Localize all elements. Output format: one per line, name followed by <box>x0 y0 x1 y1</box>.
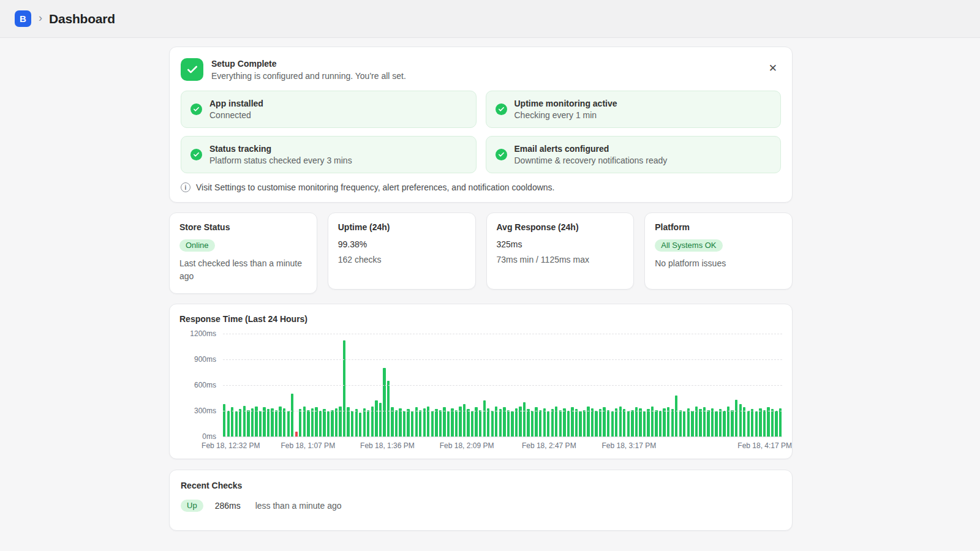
stat-subtext: 73ms min / 1125ms max <box>497 253 624 266</box>
bar-up <box>551 409 554 437</box>
recent-checks-card: Recent Checks Up 286ms less than a minut… <box>169 470 793 531</box>
x-tick-label: Feb 18, 2:47 PM <box>522 441 576 450</box>
bar-up <box>543 408 546 437</box>
setup-item-subtitle: Downtime & recovery notifications ready <box>514 156 668 165</box>
bar-up <box>507 410 510 437</box>
setup-item-subtitle: Platform status checked every 3 mins <box>209 156 352 165</box>
setup-item-uptime-monitoring: Uptime monitoring active Checking every … <box>486 91 782 128</box>
bar-up <box>615 408 617 437</box>
check-circle-icon <box>190 103 202 115</box>
bar-up <box>591 408 594 437</box>
chart-area: 1200ms900ms600ms300ms0ms <box>179 334 782 437</box>
close-icon[interactable]: ✕ <box>766 61 780 76</box>
setup-item-app-installed: App installed Connected <box>181 91 477 128</box>
bar-up <box>275 410 277 437</box>
bar-up <box>383 368 385 437</box>
bar-up <box>751 409 753 437</box>
bar-up <box>327 411 330 437</box>
bar-up <box>363 408 366 437</box>
stat-card-platform: Platform All Systems OK No platform issu… <box>644 212 793 290</box>
stat-card-avg-response: Avg Response (24h) 325ms 73ms min / 1125… <box>486 212 635 290</box>
bar-up <box>755 411 758 437</box>
bar-up <box>443 407 445 437</box>
bar-up <box>691 411 693 437</box>
breadcrumb-chevron-icon: › <box>39 12 42 24</box>
bar-up <box>387 381 390 437</box>
top-bar: B › Dashboard <box>0 0 980 38</box>
bar-up <box>251 408 254 437</box>
stat-card-uptime: Uptime (24h) 99.38% 162 checks <box>328 212 476 290</box>
status-badge: All Systems OK <box>655 239 722 252</box>
bar-up <box>395 410 398 437</box>
success-check-icon <box>181 58 203 81</box>
bar-up <box>411 411 413 437</box>
bar-up <box>639 408 641 437</box>
bar-up <box>419 410 421 437</box>
recent-check-row: Up 286ms less than a minute ago <box>181 500 781 512</box>
bar-up <box>567 411 570 437</box>
app-logo[interactable]: B <box>15 10 31 27</box>
stat-value: 99.38% <box>338 239 466 249</box>
x-tick-label: Feb 18, 3:17 PM <box>601 441 656 450</box>
bar-up <box>623 409 625 437</box>
info-icon: i <box>181 182 190 192</box>
bar-up <box>483 400 486 437</box>
bar-up <box>267 409 270 437</box>
bar-up <box>407 409 409 437</box>
stat-title: Uptime (24h) <box>338 222 466 232</box>
setup-complete-card: Setup Complete Everything is configured … <box>169 47 793 203</box>
bar-up <box>563 408 565 437</box>
recent-timestamp: less than a minute ago <box>255 501 342 511</box>
bar-up <box>779 408 782 437</box>
bar-up <box>291 394 293 437</box>
bar-up <box>595 411 597 437</box>
bar-up <box>643 411 646 437</box>
bar-up <box>247 410 249 437</box>
stat-subtext: No platform issues <box>655 257 782 270</box>
setup-item-title: App installed <box>209 99 263 108</box>
bar-up <box>223 404 225 437</box>
bar-up <box>299 409 301 437</box>
x-tick-label: Feb 18, 4:17 PM <box>737 441 792 450</box>
bar-up <box>679 410 682 437</box>
bar-up <box>699 409 701 437</box>
bar-up <box>227 411 230 437</box>
bar-up <box>355 409 358 437</box>
bar-up <box>271 408 273 437</box>
bar-up <box>343 340 345 437</box>
bar-up <box>439 410 442 437</box>
bar-up <box>659 411 662 437</box>
x-tick-label: Feb 18, 12:32 PM <box>202 441 260 450</box>
setup-item-title: Uptime monitoring active <box>514 99 617 108</box>
bar-up <box>231 407 233 437</box>
bar-up <box>767 407 769 437</box>
check-circle-icon <box>496 103 507 115</box>
bar-up <box>603 407 605 437</box>
bar-up <box>631 410 633 437</box>
bar-up <box>775 411 777 437</box>
bar-up <box>423 408 426 437</box>
bar-up <box>579 411 581 437</box>
bar-up <box>771 409 774 437</box>
y-tick-label: 300ms <box>194 407 216 415</box>
setup-title: Setup Complete <box>211 59 406 69</box>
response-time-chart-card: Response Time (Last 24 Hours) 1200ms900m… <box>169 304 793 459</box>
bar-up <box>719 409 722 437</box>
bar-up <box>399 408 401 437</box>
gridline <box>223 359 782 360</box>
bar-up <box>715 411 717 437</box>
recent-checks-title: Recent Checks <box>181 481 781 490</box>
recent-response-time: 286ms <box>215 501 241 511</box>
bar-up <box>667 407 669 437</box>
gridline <box>223 411 782 411</box>
bar-up <box>263 407 265 437</box>
stat-title: Platform <box>655 222 782 232</box>
bar-up <box>547 411 549 437</box>
stat-title: Store Status <box>179 222 307 232</box>
main-content: Setup Complete Everything is configured … <box>169 38 793 531</box>
bar-up <box>599 409 601 437</box>
x-tick-label: Feb 18, 1:07 PM <box>281 441 335 450</box>
bar-up <box>739 404 742 437</box>
bar-up <box>759 408 761 437</box>
bar-up <box>455 410 458 437</box>
